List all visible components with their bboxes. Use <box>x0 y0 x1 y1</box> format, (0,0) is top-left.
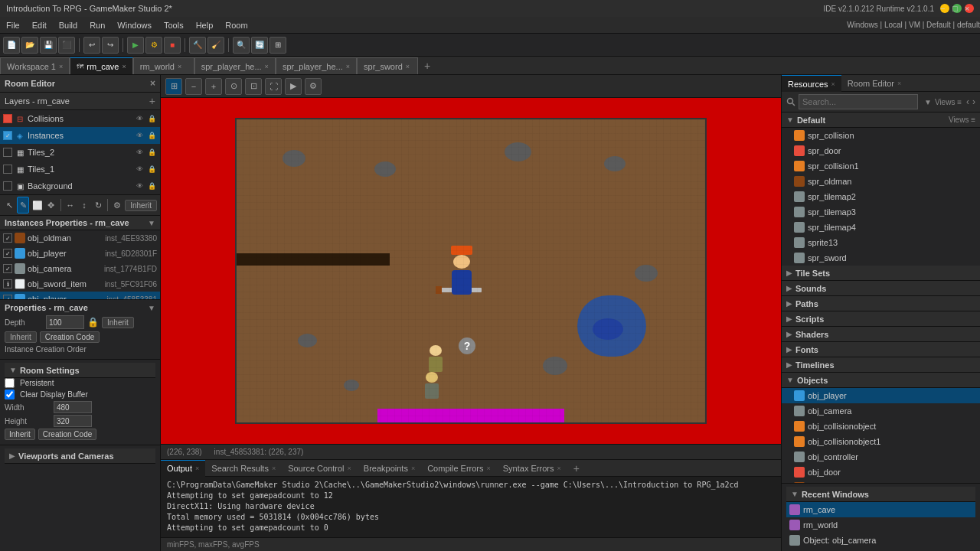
depth-inherit-button[interactable]: Inherit <box>102 317 134 328</box>
inst-sword-check[interactable]: ℹ <box>3 279 12 289</box>
paths-header[interactable]: ▶ Paths <box>782 296 980 311</box>
resources-tab-close[interactable]: × <box>831 80 835 88</box>
bg-layer-lock[interactable]: 🔒 <box>146 181 157 191</box>
timelines-header[interactable]: ▶ Timelines <box>782 357 980 373</box>
search-button[interactable]: 🔍 <box>233 37 250 54</box>
room-editor-right-tab-close[interactable]: × <box>897 80 901 87</box>
height-input[interactable] <box>54 415 92 427</box>
inst-oldman-check[interactable]: ✓ <box>3 233 12 243</box>
canvas-settings-button[interactable]: ⚙ <box>305 78 322 95</box>
tiles2-layer-lock[interactable]: 🔒 <box>146 147 157 158</box>
rm-world-tab-close[interactable]: × <box>178 63 181 70</box>
clear-display-checkbox[interactable] <box>5 390 15 399</box>
viewports-header[interactable]: ▶ Viewports and Cameras <box>5 448 155 464</box>
tab-rm-cave[interactable]: 🗺 rm_cave × <box>70 57 132 74</box>
flip-h-tool[interactable]: ↔ <box>64 197 77 214</box>
instance-player2[interactable]: ✓ obj_player inst_45853381 <box>0 292 160 299</box>
layer-tiles2[interactable]: ▦ Tiles_2 👁 🔒 <box>0 144 160 161</box>
depth-input[interactable] <box>46 315 84 329</box>
tiles1-layer-lock[interactable]: 🔒 <box>146 164 157 174</box>
menu-windows[interactable]: Windows <box>111 19 158 31</box>
flip-v-tool[interactable]: ↕ <box>78 197 90 214</box>
search-dropdown-icon[interactable]: ▼ <box>924 98 932 106</box>
canvas-play-button[interactable]: ▶ <box>285 78 302 95</box>
grid-button[interactable]: ⊞ <box>270 37 286 54</box>
output-tab-close[interactable]: × <box>195 465 199 472</box>
layer-tiles2-check[interactable] <box>3 148 12 157</box>
canvas-grid-button[interactable]: ⊞ <box>165 78 182 95</box>
run-button[interactable]: ▶ <box>127 37 144 54</box>
new-button[interactable]: 📄 <box>3 37 20 54</box>
breakpoints-tab-close[interactable]: × <box>411 465 415 472</box>
persistent-checkbox[interactable] <box>5 378 15 388</box>
canvas-fit-button[interactable]: ⊡ <box>245 78 262 95</box>
tiles1-layer-eye[interactable]: 👁 <box>134 164 145 174</box>
maximize-button[interactable]: □ <box>952 4 962 13</box>
bg-layer-eye[interactable]: 👁 <box>134 181 145 191</box>
add-output-tab-button[interactable]: + <box>567 461 586 476</box>
menu-help[interactable]: Help <box>190 19 220 31</box>
views-button[interactable]: Views ≡ <box>935 98 962 106</box>
menu-edit[interactable]: Edit <box>26 19 53 31</box>
output-content[interactable]: C:\ProgramData\GameMaker Studio 2\Cache\… <box>161 477 781 537</box>
tab-search-results[interactable]: Search Results × <box>205 460 282 477</box>
redo-button[interactable]: ↪ <box>102 37 119 54</box>
save-button[interactable]: 💾 <box>40 37 57 54</box>
res-spr-tilemap2[interactable]: spr_tilemap2 <box>782 189 980 204</box>
res-obj-door[interactable]: obj_door <box>782 465 980 480</box>
collision-layer-eye[interactable]: 👁 <box>134 113 145 124</box>
layer-bg-check[interactable] <box>3 181 12 191</box>
menu-run[interactable]: Run <box>83 19 111 31</box>
recent-rm-world[interactable]: rm_world <box>786 517 975 533</box>
instance-camera[interactable]: ✓ obj_camera inst_1774B1FD <box>0 261 160 276</box>
room-settings-header[interactable]: ▼ Room Settings <box>5 363 155 378</box>
res-spr-door[interactable]: spr_door <box>782 143 980 158</box>
instance-player1[interactable]: ✓ obj_player inst_6D28301F <box>0 246 160 261</box>
sounds-header[interactable]: ▶ Sounds <box>782 281 980 296</box>
inherit-instances-button[interactable]: Inherit <box>125 200 157 211</box>
spr-player1-tab-close[interactable]: × <box>265 63 269 70</box>
creation-code-button[interactable]: Creation Code <box>40 331 100 343</box>
tab-output[interactable]: Output × <box>161 460 205 477</box>
add-tab-button[interactable]: + <box>418 57 436 74</box>
fonts-header[interactable]: ▶ Fonts <box>782 342 980 357</box>
layer-tiles1[interactable]: ▦ Tiles_1 👁 🔒 <box>0 161 160 178</box>
instance-sword[interactable]: ℹ obj_sword_item inst_5FC91F06 <box>0 276 160 292</box>
res-spr-oldman[interactable]: spr_oldman <box>782 174 980 189</box>
layer-collisions[interactable]: ⊟ Collisions 👁 🔒 <box>0 110 160 127</box>
source-control-tab-close[interactable]: × <box>348 465 351 472</box>
instance-oldman[interactable]: ✓ obj_oldman inst_4EE93380 <box>0 230 160 246</box>
clean-button[interactable]: 🧹 <box>207 37 224 54</box>
tab-spr-player-1[interactable]: spr_player_he... × <box>194 57 276 74</box>
canvas-zoom-reset-button[interactable]: ⊙ <box>225 78 242 95</box>
res-obj-controller[interactable]: obj_controller <box>782 449 980 465</box>
res-obj-collisionobject[interactable]: obj_collisionobject <box>782 419 980 434</box>
tab-source-control[interactable]: Source Control × <box>282 460 358 477</box>
menu-tools[interactable]: Tools <box>158 19 190 31</box>
canvas-zoom-in-button[interactable]: + <box>205 78 222 95</box>
settings-tool[interactable]: ⚙ <box>111 197 123 214</box>
minimize-button[interactable]: − <box>940 4 949 13</box>
objects-group-header[interactable]: ▼ Objects <box>782 373 980 388</box>
undo-button[interactable]: ↩ <box>83 37 100 54</box>
search-results-tab-close[interactable]: × <box>272 465 276 472</box>
tab-spr-sword[interactable]: spr_sword × <box>357 57 418 74</box>
tab-syntax-errors[interactable]: Syntax Errors × <box>497 460 567 477</box>
tiles2-layer-eye[interactable]: 👁 <box>134 147 145 158</box>
compile-errors-tab-close[interactable]: × <box>487 465 491 472</box>
inst-player1-check[interactable]: ✓ <box>3 249 12 258</box>
properties-collapse[interactable]: ▼ <box>148 304 155 312</box>
add-layer-button[interactable]: + <box>149 95 155 107</box>
tab-spr-player-2[interactable]: spr_player_he... × <box>276 57 357 74</box>
canvas-area[interactable]: ? <box>161 98 781 444</box>
room-editor-right-tab[interactable]: Room Editor × <box>841 75 907 92</box>
res-spr-collision[interactable]: spr_collision <box>782 128 980 143</box>
props-inherit-button[interactable]: Inherit <box>5 331 37 343</box>
depth-lock-icon[interactable]: 🔒 <box>87 317 99 328</box>
res-obj-player[interactable]: obj_player <box>782 388 980 403</box>
tab-workspace1[interactable]: Workspace 1 × <box>0 57 70 74</box>
collision-layer-lock[interactable]: 🔒 <box>146 113 157 124</box>
tab-rm-world[interactable]: rm_world × <box>133 57 194 74</box>
res-spr-tilemap4[interactable]: spr_tilemap4 <box>782 220 980 235</box>
resources-tab[interactable]: Resources × <box>782 75 841 92</box>
